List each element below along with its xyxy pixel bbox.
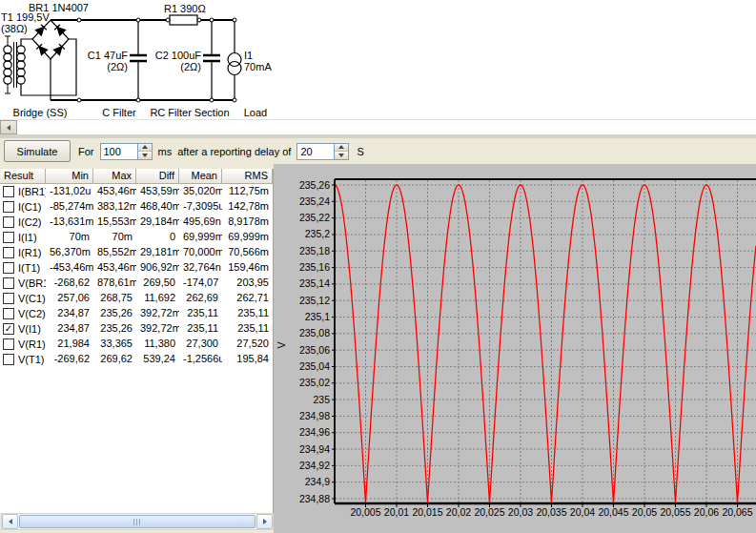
- cell-min: 257,06: [46, 291, 93, 306]
- duration-input[interactable]: [100, 143, 137, 160]
- table-row-i(t1)[interactable]: I(T1): [0, 260, 46, 276]
- cell-max: 268,75: [93, 291, 136, 306]
- capacitor-c2-symbol[interactable]: [203, 20, 220, 100]
- column-header-mean[interactable]: Mean: [179, 169, 222, 184]
- cell-min: -131,02u: [46, 184, 93, 199]
- table-row-i(br1)[interactable]: I(BR1): [0, 184, 46, 199]
- result-checkbox[interactable]: [3, 262, 14, 274]
- delay-input[interactable]: [296, 143, 334, 160]
- cell-max: 383,12m: [93, 199, 136, 215]
- delay-spin-down-button[interactable]: [335, 152, 348, 159]
- x-tick-label: 20,065: [722, 506, 752, 518]
- x-tick-label: 20,005: [350, 506, 380, 518]
- result-name: V(R1): [18, 338, 46, 350]
- spin-down-icon: [338, 154, 344, 157]
- result-name: V(C2): [18, 308, 46, 319]
- c2-label: C2 100uF: [155, 50, 202, 61]
- cell-min: -13,631m: [46, 215, 93, 230]
- y-tick-label: 234,88: [299, 493, 330, 504]
- cell-mean: 235,11: [179, 306, 222, 321]
- table-row-v(r1)[interactable]: V(R1): [0, 337, 46, 352]
- cell-min: 56,370m: [46, 245, 93, 260]
- column-header-result[interactable]: Result: [0, 169, 46, 184]
- table-row-v(t1)[interactable]: V(T1): [0, 352, 46, 367]
- waveform-plot[interactable]: 20,00520,0120,01520,0220,02520,0320,0352…: [274, 164, 756, 533]
- table-row-v(i1)[interactable]: ✓V(I1): [0, 321, 46, 337]
- cell-mean: 70,000m: [179, 245, 222, 260]
- current-source-i1-symbol[interactable]: [228, 20, 241, 100]
- duration-spin-down-button[interactable]: [138, 152, 152, 159]
- capacitor-c1-symbol[interactable]: [130, 20, 147, 100]
- column-header-max[interactable]: Max: [93, 169, 136, 184]
- y-tick-label: 235,1: [305, 311, 330, 322]
- column-header-rms[interactable]: RMS: [222, 169, 273, 184]
- cell-diff: 29,181m: [136, 245, 179, 260]
- cell-diff: 29,184m: [136, 215, 179, 230]
- results-scroll-left-button[interactable]: [2, 514, 18, 529]
- result-checkbox[interactable]: [3, 232, 14, 243]
- x-tick-label: 20,045: [598, 506, 628, 518]
- result-name: I(C1): [18, 201, 41, 213]
- results-scrollbar[interactable]: [1, 513, 274, 530]
- y-tick-label: 235,14: [299, 277, 330, 289]
- cell-rms: 262,71: [222, 291, 273, 306]
- cell-mean: 27,300: [179, 337, 222, 352]
- cell-max: 235,26: [93, 321, 136, 337]
- cell-max: 269,62: [93, 352, 136, 367]
- spin-up-icon: [338, 145, 344, 149]
- y-tick-label: 235,2: [305, 228, 330, 239]
- i1-label: I1: [244, 50, 253, 61]
- schematic-scroll-left-button[interactable]: [0, 120, 17, 134]
- results-table-pane: ResultMinMaxDiffMeanRMSI(BR1)-131,02u453…: [0, 164, 274, 533]
- result-checkbox[interactable]: [3, 186, 14, 197]
- cell-min: -268,62: [46, 276, 93, 291]
- result-checkbox[interactable]: [3, 338, 14, 350]
- results-scroll-right-button[interactable]: [256, 514, 273, 529]
- result-checkbox[interactable]: ✓: [3, 323, 14, 335]
- section-label-cfilter: C Filter: [102, 107, 136, 118]
- cell-max: 878,61m: [93, 276, 136, 291]
- table-row-v(c2)[interactable]: V(C2): [0, 306, 46, 321]
- result-checkbox[interactable]: [3, 354, 14, 365]
- cell-min: 70m: [46, 230, 93, 245]
- spin-up-icon: [142, 145, 148, 149]
- circuit-schematic: T1 199,5V (38Ω) BR1 1N4007 R1 390Ω C1 47…: [0, 0, 756, 119]
- delay-spinbox: [296, 143, 349, 160]
- cell-diff: 269,50: [136, 276, 179, 291]
- table-row-v(br1)[interactable]: V(BR1): [0, 276, 46, 291]
- table-row-i(r1)[interactable]: I(R1): [0, 245, 46, 260]
- x-tick-label: 20,02: [446, 506, 471, 518]
- cell-rms: 27,520: [222, 337, 273, 352]
- result-checkbox[interactable]: [3, 293, 14, 304]
- result-name: I(R1): [18, 247, 41, 258]
- cell-min: -453,46m: [46, 260, 93, 276]
- results-scroll-thumb[interactable]: [19, 515, 255, 528]
- bridge-rectifier-br1-symbol[interactable]: [32, 20, 69, 100]
- table-row-i(c1)[interactable]: I(C1): [0, 199, 46, 215]
- cell-max: 15,553m: [93, 215, 136, 230]
- result-checkbox[interactable]: [3, 247, 14, 258]
- y-tick-label: 235,12: [299, 295, 330, 306]
- simulate-button[interactable]: Simulate: [4, 140, 71, 162]
- result-checkbox[interactable]: [3, 201, 14, 213]
- result-checkbox[interactable]: [3, 308, 14, 319]
- cell-rms: 70,566m: [222, 245, 273, 260]
- column-header-min[interactable]: Min: [46, 169, 93, 184]
- table-row-v(c1)[interactable]: V(C1): [0, 291, 46, 306]
- table-row-i(i1)[interactable]: I(I1): [0, 230, 46, 245]
- duration-spin-up-button[interactable]: [138, 144, 152, 152]
- transformer-t1-symbol[interactable]: [4, 36, 25, 93]
- result-checkbox[interactable]: [3, 277, 14, 289]
- table-row-i(c2)[interactable]: I(C2): [0, 215, 46, 230]
- result-checkbox[interactable]: [3, 216, 14, 228]
- cell-diff: 392,72m: [136, 321, 179, 337]
- delay-spin-up-button[interactable]: [335, 144, 348, 152]
- x-tick-label: 20,03: [508, 506, 533, 518]
- cell-mean: 69,999m: [179, 230, 222, 245]
- column-header-diff[interactable]: Diff: [136, 169, 179, 184]
- transformer-impedance-label: (38Ω): [1, 23, 28, 34]
- resistor-r1-symbol[interactable]: [170, 15, 197, 25]
- schematic-scrollbar[interactable]: [0, 119, 756, 135]
- section-label-rcfilter: RC Filter Section: [150, 107, 229, 118]
- x-tick-label: 20,01: [384, 506, 409, 518]
